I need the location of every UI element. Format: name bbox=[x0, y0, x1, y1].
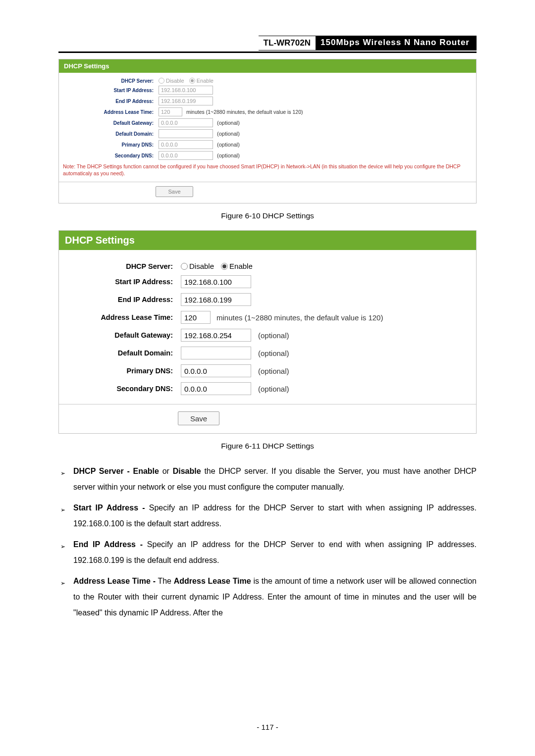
end-ip-input[interactable] bbox=[159, 97, 213, 105]
lease-input[interactable] bbox=[181, 311, 211, 324]
description-list: ➢ DHCP Server - Enable or Disable the DH… bbox=[58, 463, 477, 621]
dhcp-server-label: DHCP Server: bbox=[62, 262, 181, 270]
optional: (optional) bbox=[217, 152, 240, 158]
panel-title: DHCP Settings bbox=[59, 231, 476, 250]
save-button[interactable]: Save bbox=[156, 186, 193, 197]
bullet-arrow-icon: ➢ bbox=[60, 463, 73, 495]
page-number: - 117 - bbox=[0, 723, 535, 731]
bullet-arrow-icon: ➢ bbox=[60, 573, 73, 621]
start-ip-label: Start IP Address: bbox=[62, 278, 181, 286]
panel-title: DHCP Settings bbox=[59, 59, 476, 73]
domain-input[interactable] bbox=[181, 347, 251, 359]
optional: (optional) bbox=[217, 120, 240, 126]
domain-label: Default Domain: bbox=[62, 131, 159, 137]
gateway-input[interactable] bbox=[159, 118, 213, 127]
desc-item-start-ip: ➢ Start IP Address - Specify an IP addre… bbox=[60, 500, 477, 532]
sdns-input[interactable] bbox=[159, 151, 213, 160]
desc-item-end-ip: ➢ End IP Address - Specify an IP address… bbox=[60, 537, 477, 568]
dhcp-note: Note: The DHCP Settings function cannot … bbox=[62, 162, 473, 181]
pdns-input[interactable] bbox=[181, 364, 251, 377]
document-header: TL-WR702N 150Mbps Wireless N Nano Router bbox=[58, 36, 477, 53]
optional: (optional) bbox=[258, 367, 289, 375]
pdns-input[interactable] bbox=[159, 140, 213, 149]
figure-caption-1: Figure 6-10 DHCP Settings bbox=[58, 211, 477, 220]
sdns-input[interactable] bbox=[181, 382, 251, 395]
bullet-arrow-icon: ➢ bbox=[60, 500, 73, 532]
lease-hint: minutes (1~2880 minutes, the default val… bbox=[186, 109, 303, 115]
gateway-label: Default Gateway: bbox=[62, 120, 159, 126]
radio-disable-label: Disable bbox=[166, 78, 184, 84]
optional: (optional) bbox=[217, 131, 240, 137]
end-ip-input[interactable] bbox=[181, 293, 251, 306]
optional: (optional) bbox=[258, 331, 289, 340]
radio-enable-label: Enable bbox=[197, 78, 214, 84]
product-name: 150Mbps Wireless N Nano Router bbox=[316, 36, 477, 50]
desc-item-dhcp-server: ➢ DHCP Server - Enable or Disable the DH… bbox=[60, 463, 477, 495]
desc-item-lease-time: ➢ Address Lease Time - The Address Lease… bbox=[60, 573, 477, 621]
bullet-arrow-icon: ➢ bbox=[60, 537, 73, 568]
lease-label: Address Lease Time: bbox=[62, 313, 181, 321]
figure-caption-2: Figure 6-11 DHCP Settings bbox=[58, 442, 477, 451]
domain-label: Default Domain: bbox=[62, 349, 181, 357]
gateway-input[interactable] bbox=[181, 329, 251, 342]
radio-disable[interactable] bbox=[181, 263, 188, 270]
domain-input[interactable] bbox=[159, 129, 213, 138]
start-ip-input[interactable] bbox=[159, 86, 213, 95]
dhcp-panel-disabled: DHCP Settings DHCP Server: Disable Enabl… bbox=[58, 59, 477, 203]
radio-enable[interactable] bbox=[189, 78, 195, 84]
radio-disable-label: Disable bbox=[189, 262, 214, 270]
lease-input[interactable] bbox=[159, 107, 182, 116]
sdns-label: Secondary DNS: bbox=[62, 385, 181, 393]
radio-enable-label: Enable bbox=[229, 262, 253, 270]
radio-enable[interactable] bbox=[221, 263, 228, 270]
model-tag: TL-WR702N bbox=[259, 36, 316, 50]
lease-hint: minutes (1~2880 minutes, the default val… bbox=[216, 313, 383, 322]
start-ip-label: Start IP Address: bbox=[62, 88, 159, 93]
dhcp-panel-enabled: DHCP Settings DHCP Server: Disable Enabl… bbox=[58, 230, 477, 434]
lease-label: Address Lease Time: bbox=[62, 109, 159, 115]
dhcp-server-label: DHCP Server: bbox=[62, 78, 159, 84]
optional: (optional) bbox=[258, 385, 289, 393]
start-ip-input[interactable] bbox=[181, 275, 251, 288]
pdns-label: Primary DNS: bbox=[62, 367, 181, 375]
end-ip-label: End IP Address: bbox=[62, 99, 159, 104]
radio-disable[interactable] bbox=[159, 78, 164, 84]
sdns-label: Secondary DNS: bbox=[62, 153, 159, 158]
optional: (optional) bbox=[258, 349, 289, 357]
gateway-label: Default Gateway: bbox=[62, 331, 181, 339]
save-button[interactable]: Save bbox=[178, 411, 219, 425]
optional: (optional) bbox=[217, 142, 240, 148]
pdns-label: Primary DNS: bbox=[62, 142, 159, 148]
end-ip-label: End IP Address: bbox=[62, 296, 181, 303]
